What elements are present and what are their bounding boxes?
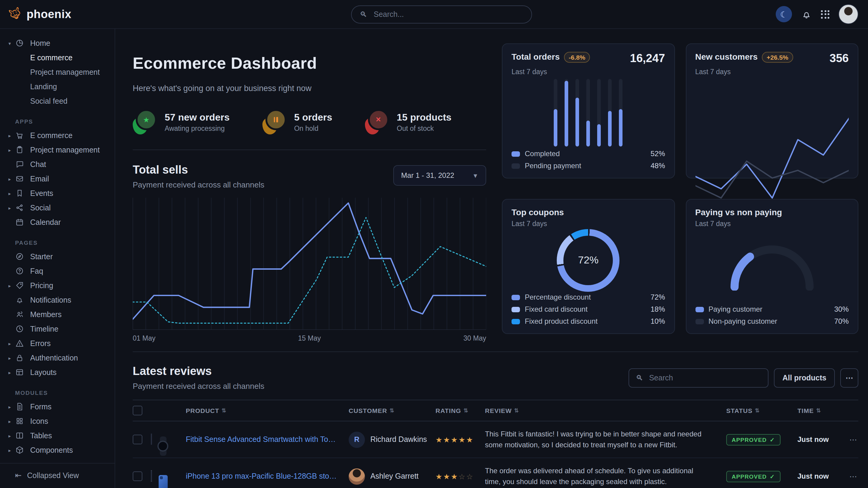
collapsed-view-toggle[interactable]: ⇤ Collapsed View — [0, 463, 115, 488]
sidebar-item-pricing[interactable]: ▸Pricing — [0, 279, 115, 293]
sidebar-subitem-label: Project management — [30, 68, 100, 76]
hero-and-sells: Ecommerce Dashboard Here's what's going … — [133, 43, 486, 342]
cart-icon — [15, 131, 25, 140]
product-thumbnail[interactable] — [151, 433, 152, 445]
column-header-status[interactable]: STATUS⇅ — [726, 407, 798, 414]
question-circle-icon — [15, 266, 25, 276]
column-header-customer[interactable]: CUSTOMER⇅ — [349, 407, 435, 414]
dark-mode-toggle[interactable]: ☾ — [776, 6, 792, 22]
user-avatar[interactable] — [838, 4, 858, 24]
product-link[interactable]: iPhone 13 pro max-Pacific Blue-128GB sto… — [186, 472, 349, 481]
share-icon — [15, 203, 25, 213]
global-search-input[interactable] — [372, 10, 523, 19]
sidebar-item-project-management[interactable]: ▸Project management — [0, 143, 115, 157]
column-header-product[interactable]: PRODUCT⇅ — [186, 407, 349, 414]
legend-swatch — [512, 319, 520, 324]
stat-value-label: 5 orders — [294, 112, 332, 123]
sidebar-item-errors[interactable]: ▸Errors — [0, 336, 115, 351]
date-range-value: Mar 1 - 31, 2022 — [401, 171, 454, 180]
sidebar-item-home[interactable]: ▾Home — [0, 36, 115, 51]
stat-sublabel: Out of stock — [397, 125, 452, 132]
caret-icon: ▸ — [8, 404, 15, 410]
sidebar-item-starter[interactable]: Starter — [0, 250, 115, 264]
legend-value: 10% — [651, 317, 665, 326]
all-products-button[interactable]: All products — [774, 368, 835, 387]
product-thumbnail[interactable] — [151, 470, 152, 482]
sidebar-item-email[interactable]: ▸Email — [0, 172, 115, 186]
sidebar-item-tables[interactable]: ▸Tables — [0, 429, 115, 443]
sidebar-subitem-project-management[interactable]: Project management — [0, 65, 115, 79]
legend-label: Percentage discount — [525, 293, 591, 301]
calendar-icon — [15, 218, 25, 227]
total-sells-chart — [133, 198, 486, 330]
paying-legend: Paying customer30%Non-paying customer70% — [695, 305, 849, 326]
more-options-button[interactable]: ⋯ — [840, 368, 858, 387]
logo[interactable]: 🦊︎ phoenix — [10, 7, 71, 21]
notifications-button[interactable] — [801, 9, 812, 20]
reviews-subtitle: Payment received across all channels — [133, 382, 264, 391]
sidebar-item-label: Faq — [30, 267, 43, 275]
stat-sublabel: Awating processing — [165, 125, 229, 132]
sidebar-item-forms[interactable]: ▸Forms — [0, 400, 115, 414]
sidebar-item-icons[interactable]: ▸Icons — [0, 414, 115, 429]
legend-swatch — [695, 306, 704, 312]
mail-icon — [15, 174, 25, 184]
sidebar-item-chat[interactable]: Chat — [0, 157, 115, 172]
change-badge: -6.8% — [564, 52, 590, 63]
global-search[interactable]: 🔍︎ — [351, 5, 532, 24]
sidebar-subitem-social-feed[interactable]: Social feed — [0, 94, 115, 108]
sidebar-item-social[interactable]: ▸Social — [0, 201, 115, 215]
total-sells-header: Total sells Payment received across all … — [133, 163, 486, 189]
column-header-rating[interactable]: RATING⇅ — [435, 407, 485, 414]
caret-icon: ▸ — [8, 133, 15, 138]
legend-value: 18% — [651, 305, 665, 314]
quick-stats: ★57 new ordersAwating processing5 orders… — [133, 109, 486, 134]
quick-stat: ✕15 productsOut of stock — [365, 109, 452, 134]
date-range-select[interactable]: Mar 1 - 31, 2022 ▼ — [393, 165, 486, 186]
sidebar-item-layouts[interactable]: ▸Layouts — [0, 365, 115, 380]
row-checkbox[interactable] — [133, 435, 142, 444]
bell-icon — [15, 295, 25, 305]
sidebar-item-timeline[interactable]: Timeline — [0, 322, 115, 336]
reviews-table-header: PRODUCT⇅ CUSTOMER⇅ RATING⇅ REVIEW⇅ STATU… — [133, 400, 858, 421]
sidebar-item-components[interactable]: ▸Components — [0, 443, 115, 458]
sort-icon: ⇅ — [514, 408, 519, 414]
select-all-checkbox[interactable] — [133, 406, 142, 415]
legend-label: Pending payment — [525, 162, 581, 170]
sidebar-item-faq[interactable]: Faq — [0, 264, 115, 279]
card-title: Top coupons — [512, 207, 564, 217]
column-header-time[interactable]: TIME⇅ — [798, 407, 844, 414]
sidebar-item-label: E commerce — [30, 131, 72, 140]
sidebar-subitem-landing[interactable]: Landing — [0, 79, 115, 94]
column-header-review[interactable]: REVIEW⇅ — [485, 407, 726, 414]
sidebar-item-e-commerce[interactable]: ▸E commerce — [0, 128, 115, 143]
reviews-search-input[interactable] — [648, 373, 761, 383]
x-axis-label: 15 May — [298, 334, 320, 342]
sidebar-subitem-e-commerce[interactable]: E commerce — [0, 51, 115, 65]
card-title: New customers — [695, 52, 757, 62]
caret-icon: ▸ — [8, 355, 15, 361]
apps-grid-button[interactable] — [821, 10, 829, 19]
sidebar-item-authentication[interactable]: ▸Authentication — [0, 351, 115, 365]
row-checkbox[interactable] — [133, 471, 142, 481]
sidebar-item-label: Events — [30, 189, 53, 198]
nav-section-label: MODULES — [15, 389, 115, 396]
chevron-down-icon: ▼ — [472, 172, 478, 179]
sidebar-item-members[interactable]: Members — [0, 307, 115, 322]
sidebar-item-events[interactable]: ▸Events — [0, 186, 115, 201]
reviews-search[interactable]: 🔍︎ — [628, 368, 769, 387]
row-more-button[interactable]: ⋯ — [844, 472, 858, 481]
product-link[interactable]: Fitbit Sense Advanced Smartwatch with To… — [186, 435, 349, 444]
stat-sublabel: On hold — [294, 125, 332, 132]
review-text: The order was delivered ahead of schedul… — [485, 465, 726, 487]
legend-swatch — [512, 294, 520, 300]
caret-icon: ▸ — [8, 419, 15, 424]
sidebar-item-calendar[interactable]: Calendar — [0, 215, 115, 230]
sidebar-item-notifications[interactable]: Notifications — [0, 293, 115, 307]
review-row: iPhone 13 pro max-Pacific Blue-128GB sto… — [133, 458, 858, 488]
row-more-button[interactable]: ⋯ — [844, 435, 858, 444]
check-icon: ✓ — [770, 436, 775, 443]
customer-avatar — [349, 468, 365, 484]
reviews-table-body: Fitbit Sense Advanced Smartwatch with To… — [133, 421, 858, 488]
review-row: Fitbit Sense Advanced Smartwatch with To… — [133, 421, 858, 458]
